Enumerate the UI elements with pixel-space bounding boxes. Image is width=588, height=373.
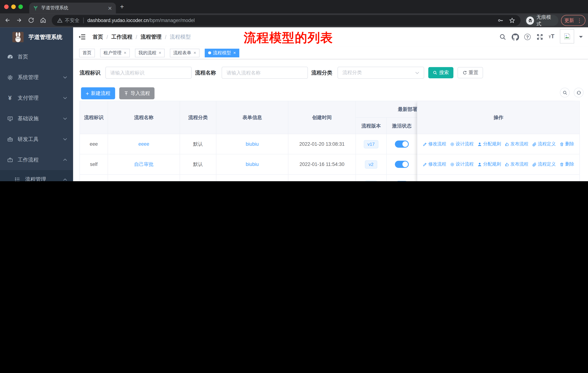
- active-toggle[interactable]: [395, 141, 409, 148]
- browser-menu-icon[interactable]: ⋮: [577, 18, 582, 23]
- tag-close-icon[interactable]: ×: [233, 50, 236, 56]
- traffic-light-minimize[interactable]: [11, 5, 16, 9]
- cell-created-time: 2022-01-16 11:54:30: [288, 154, 356, 175]
- action-delete[interactable]: 删除: [560, 141, 574, 147]
- tag-close-icon[interactable]: ×: [158, 50, 161, 56]
- breadcrumb-workflow[interactable]: 工作流程: [111, 34, 132, 40]
- active-toggle[interactable]: [395, 161, 409, 168]
- cell-process-name: OA 请假: [108, 175, 180, 181]
- update-chrome-button[interactable]: 更新 ⋮: [561, 15, 586, 26]
- github-icon[interactable]: [511, 33, 519, 41]
- tag-首页[interactable]: 首页: [79, 49, 95, 57]
- incognito-label: 无痕模式: [536, 14, 555, 27]
- incognito-icon: [526, 16, 534, 25]
- key-icon[interactable]: [497, 17, 504, 24]
- action-assign[interactable]: 分配规则: [477, 141, 501, 147]
- font-size-icon[interactable]: TT: [549, 33, 554, 39]
- search-icon[interactable]: [499, 33, 506, 40]
- tab-close-icon[interactable]: ✕: [108, 5, 112, 11]
- sidebar-item-process-mgmt[interactable]: 流程管理: [0, 170, 73, 181]
- sidebar-item-home[interactable]: 首页: [0, 46, 73, 67]
- tag-close-icon[interactable]: ×: [124, 50, 126, 56]
- reset-button[interactable]: 重置: [458, 67, 483, 78]
- navbar: 首页 / 工作流程 / 流程管理 / 流程模型 流程模型的列表 ? TT: [73, 27, 588, 47]
- url-path: /bpm/manager/model: [149, 18, 195, 23]
- tag-租户管理[interactable]: 租户管理×: [100, 49, 130, 57]
- active-toggle[interactable]: [395, 181, 409, 181]
- delete-icon: [560, 162, 564, 167]
- sidebar-item-system[interactable]: 系统管理: [0, 67, 73, 88]
- action-design[interactable]: 设计流程: [450, 161, 474, 168]
- cell-version: v17: [356, 134, 387, 154]
- browser-tab[interactable]: 芋道管理系统 ✕: [29, 2, 116, 13]
- breadcrumb-process-mgmt[interactable]: 流程管理: [141, 34, 161, 40]
- traffic-light-close[interactable]: [4, 5, 9, 9]
- yen-icon: ¥: [7, 95, 13, 101]
- cell-category: 默认: [180, 154, 217, 175]
- category-select-placeholder: 流程分类: [342, 69, 362, 76]
- action-publish[interactable]: 发布流程: [505, 141, 528, 147]
- traffic-light-zoom[interactable]: [18, 5, 23, 9]
- action-assign[interactable]: 分配规则: [477, 161, 501, 168]
- action-delete[interactable]: 删除: [560, 161, 574, 168]
- back-icon[interactable]: [4, 17, 11, 24]
- cell-active-status: [387, 175, 417, 181]
- browser-toolbar: 不安全 dashboard.yudao.iocoder.cn/bpm/manag…: [0, 13, 588, 27]
- avatar-caret-icon[interactable]: [579, 36, 583, 40]
- sidebar-item-workflow[interactable]: 工作流程: [0, 150, 73, 170]
- refresh-table-button[interactable]: [574, 88, 583, 97]
- list-icon: [14, 177, 21, 181]
- action-design[interactable]: 设计流程: [450, 141, 474, 147]
- form-info-link[interactable]: biubiu: [246, 141, 259, 147]
- help-icon[interactable]: ?: [524, 34, 531, 40]
- action-definition[interactable]: 流程定义: [532, 161, 556, 168]
- new-process-button[interactable]: + 新建流程: [81, 87, 115, 99]
- cell-active-status: [387, 154, 417, 175]
- breadcrumb-current: 流程模型: [170, 34, 191, 40]
- action-edit[interactable]: 修改流程: [423, 161, 446, 168]
- tag-我的流程[interactable]: 我的流程×: [135, 49, 165, 57]
- refresh-icon: [576, 90, 581, 95]
- edit-icon: [423, 142, 427, 146]
- chevron-down-icon: [415, 71, 420, 74]
- delete-icon: [560, 142, 564, 146]
- col-header-form: 表单信息: [216, 101, 288, 134]
- url-bar[interactable]: 不安全 dashboard.yudao.iocoder.cn/bpm/manag…: [52, 15, 521, 26]
- cell-process-name: 自己审批: [108, 154, 180, 175]
- tag-label: 流程模型: [213, 50, 231, 56]
- version-badge: v5: [365, 181, 377, 181]
- reload-icon[interactable]: [28, 17, 34, 24]
- tag-流程模型[interactable]: 流程模型×: [205, 49, 239, 57]
- process-name-link[interactable]: eeee: [138, 141, 149, 147]
- chevron-down-icon: [63, 97, 67, 99]
- hamburger-icon[interactable]: [79, 34, 86, 40]
- home-icon[interactable]: [40, 17, 46, 24]
- user-avatar[interactable]: [560, 29, 574, 43]
- monitor-icon: [7, 116, 13, 122]
- process-name-link[interactable]: 自己审批: [134, 161, 154, 168]
- tag-close-icon[interactable]: ×: [194, 50, 196, 56]
- process-name-input[interactable]: [222, 67, 308, 79]
- fullscreen-icon[interactable]: [536, 33, 543, 40]
- cell-category: 默认: [180, 134, 217, 154]
- bookmark-star-icon[interactable]: [509, 17, 515, 24]
- sidebar-item-infra[interactable]: 基础设施: [0, 108, 73, 129]
- tags-view: 首页租户管理×我的流程×流程表单×流程模型×: [73, 47, 588, 59]
- refresh-icon: [462, 71, 467, 75]
- action-definition[interactable]: 流程定义: [532, 141, 556, 147]
- tag-流程表单[interactable]: 流程表单×: [170, 49, 200, 57]
- import-process-button[interactable]: 导入流程: [119, 87, 154, 99]
- sidebar-item-payment[interactable]: ¥ 支付管理: [0, 88, 73, 108]
- forward-icon[interactable]: [16, 17, 22, 24]
- sidebar-item-devtools[interactable]: 研发工具: [0, 129, 73, 150]
- action-edit[interactable]: 修改流程: [423, 141, 446, 147]
- filter-label-name: 流程名称: [195, 67, 216, 79]
- new-tab-button[interactable]: +: [120, 3, 124, 11]
- process-id-input[interactable]: [105, 67, 192, 79]
- action-publish[interactable]: 发布流程: [505, 161, 528, 168]
- search-button[interactable]: 搜索: [428, 67, 453, 78]
- breadcrumb-home[interactable]: 首页: [93, 34, 103, 40]
- category-select[interactable]: 流程分类: [337, 67, 424, 79]
- form-info-link[interactable]: biubiu: [246, 161, 259, 167]
- show-search-button[interactable]: [560, 88, 570, 97]
